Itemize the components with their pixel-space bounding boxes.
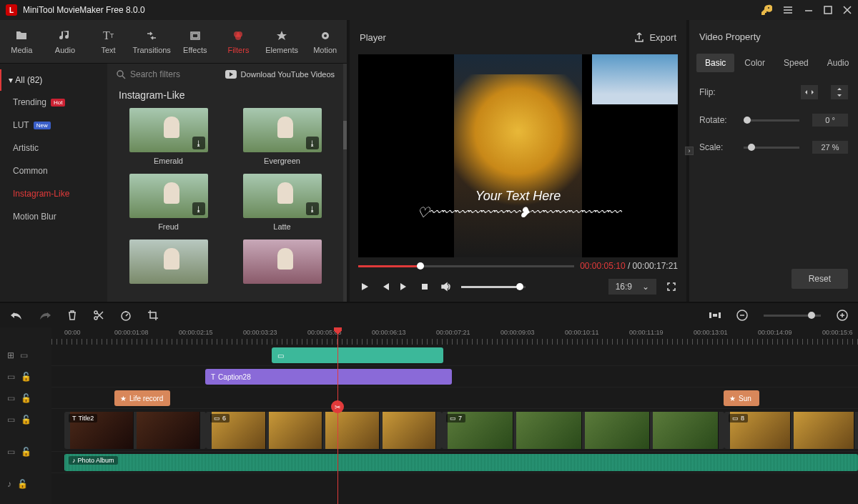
- download-icon[interactable]: ⭳: [306, 137, 319, 149]
- lock-icon[interactable]: 🔓: [21, 447, 31, 457]
- flip-vertical-button[interactable]: [831, 85, 848, 99]
- stop-button[interactable]: [420, 282, 430, 292]
- prev-button[interactable]: [380, 282, 390, 292]
- clip-audio[interactable]: ♪Photo Album: [64, 454, 858, 471]
- undo-button[interactable]: [10, 310, 23, 320]
- filter-item[interactable]: ⭳Emerald: [119, 108, 218, 165]
- delete-button[interactable]: [67, 310, 77, 321]
- key-icon[interactable]: [761, 4, 772, 16]
- clip-caption[interactable]: TCaption28: [205, 369, 452, 385]
- preview-viewport[interactable]: Your Text Here ♡〰〰〰〰〰〰〰❥〰〰〰〰〰〰〰: [358, 54, 678, 257]
- track-audio[interactable]: ♪Photo Album: [51, 452, 858, 473]
- crop-button[interactable]: [147, 310, 159, 321]
- lock-icon[interactable]: 🔓: [21, 372, 31, 382]
- tool-elements[interactable]: Elements: [260, 24, 304, 59]
- tool-text[interactable]: TTText: [87, 24, 130, 59]
- filter-item[interactable]: ⭳Evergreen: [232, 108, 332, 165]
- playhead[interactable]: ✂: [337, 327, 338, 504]
- flip-horizontal-button[interactable]: [801, 85, 818, 99]
- search-icon: [116, 69, 126, 79]
- svg-point-11: [94, 311, 97, 314]
- volume-slider[interactable]: [461, 286, 526, 288]
- tab-audio[interactable]: Audio: [819, 54, 858, 72]
- clip-video-8[interactable]: ▭8: [724, 412, 858, 449]
- filter-cat-artistic[interactable]: Artistic: [0, 137, 107, 159]
- clip-video-6[interactable]: ▭6: [206, 412, 442, 449]
- filter-cat-motionblur[interactable]: Motion Blur: [0, 205, 107, 228]
- tool-audio[interactable]: Audio: [44, 24, 87, 59]
- fit-button[interactable]: [709, 310, 721, 320]
- lock-icon[interactable]: 🔓: [17, 479, 28, 489]
- clip-label: TTitle2: [69, 414, 97, 423]
- scale-value[interactable]: 27 %: [812, 141, 848, 154]
- clip-video-title[interactable]: TTitle2: [64, 412, 206, 449]
- filter-cat-instagram[interactable]: Instagram-Like: [0, 182, 107, 205]
- tool-filters[interactable]: Filters: [217, 24, 260, 59]
- filter-item[interactable]: ⭳Freud: [119, 174, 218, 231]
- filter-cat-common[interactable]: Common: [0, 159, 107, 182]
- tool-motion[interactable]: Motion: [303, 24, 347, 59]
- aspect-ratio-select[interactable]: 16:9⌄: [608, 279, 656, 295]
- volume-icon[interactable]: [440, 281, 451, 292]
- track-video[interactable]: TTitle2 ▭6 ▭7 ▭8: [51, 409, 858, 452]
- zoom-in-button[interactable]: [837, 310, 848, 321]
- tab-basic[interactable]: Basic: [696, 54, 734, 72]
- track-header-text[interactable]: ▭🔓: [0, 387, 51, 409]
- track-elements[interactable]: ★Life record ★Sun: [51, 387, 858, 409]
- fullscreen-button[interactable]: [666, 282, 676, 292]
- download-icon[interactable]: ⭳: [192, 202, 205, 215]
- tool-media[interactable]: Media: [0, 24, 44, 59]
- track-overlay[interactable]: ▭: [51, 345, 858, 366]
- scale-slider[interactable]: [744, 147, 799, 149]
- track-header-elements[interactable]: ▭🔓: [0, 409, 51, 430]
- export-button[interactable]: Export: [633, 31, 676, 43]
- track-text[interactable]: TCaption28: [51, 366, 858, 387]
- tool-effects[interactable]: Effects: [174, 24, 217, 59]
- rotate-value[interactable]: 0 °: [812, 114, 848, 127]
- zoom-slider[interactable]: [764, 315, 821, 317]
- next-button[interactable]: [400, 282, 410, 292]
- speed-button[interactable]: [120, 310, 132, 321]
- download-icon[interactable]: ⭳: [306, 202, 319, 215]
- tab-speed[interactable]: Speed: [775, 54, 817, 72]
- track-header-overlay[interactable]: ▭🔓: [0, 366, 51, 387]
- filter-item[interactable]: [232, 239, 332, 284]
- track-header-add[interactable]: ⊞▭: [0, 345, 51, 366]
- zoom-out-button[interactable]: [736, 310, 748, 321]
- scissors-icon[interactable]: ✂: [331, 400, 344, 413]
- track-header-video[interactable]: ▭🔓: [0, 430, 51, 473]
- time-ruler[interactable]: 00:00 00:00:01:08 00:00:02:15 00:00:03:2…: [51, 327, 858, 345]
- filter-cat-trending[interactable]: TrendingHot: [0, 91, 107, 114]
- reset-button[interactable]: Reset: [792, 269, 848, 289]
- transition-icon: [145, 29, 158, 43]
- redo-button[interactable]: [39, 310, 51, 320]
- split-button[interactable]: [93, 310, 104, 321]
- tool-transitions[interactable]: Transitions: [130, 24, 174, 59]
- maximize-icon[interactable]: [824, 6, 832, 14]
- filter-cat-lut[interactable]: LUTNew: [0, 114, 107, 137]
- clip-overlay[interactable]: ▭: [272, 347, 443, 363]
- lock-icon[interactable]: 🔓: [21, 415, 31, 425]
- search-input[interactable]: Search filters: [116, 69, 180, 79]
- library-panel: Media Audio TTText Transitions Effects F…: [0, 20, 347, 302]
- lock-icon[interactable]: 🔓: [21, 393, 31, 403]
- filter-all[interactable]: ▾ All (82): [0, 69, 107, 91]
- clip-sun[interactable]: ★Sun: [724, 390, 759, 406]
- clip-video-7[interactable]: ▭7: [442, 412, 724, 449]
- filter-categories: ▾ All (82) TrendingHot LUTNew Artistic C…: [0, 64, 107, 302]
- rotate-slider[interactable]: [744, 119, 799, 122]
- panel-collapse-icon[interactable]: ›: [685, 147, 694, 155]
- tab-color[interactable]: Color: [736, 54, 774, 72]
- clip-life-record[interactable]: ★Life record: [114, 390, 170, 406]
- download-icon[interactable]: ⭳: [192, 137, 205, 149]
- seek-bar[interactable]: [358, 265, 574, 267]
- track-header-audio[interactable]: ♪🔓: [0, 473, 51, 495]
- minimize-icon[interactable]: [804, 5, 814, 15]
- close-icon[interactable]: [842, 5, 852, 15]
- filter-item[interactable]: ⭳Latte: [232, 174, 332, 231]
- clip-label: ▭7: [446, 414, 465, 423]
- menu-icon[interactable]: [782, 4, 794, 16]
- filter-item[interactable]: [119, 239, 218, 284]
- download-youtube-link[interactable]: Download YouTube Videos: [225, 70, 335, 79]
- play-button[interactable]: [360, 282, 370, 292]
